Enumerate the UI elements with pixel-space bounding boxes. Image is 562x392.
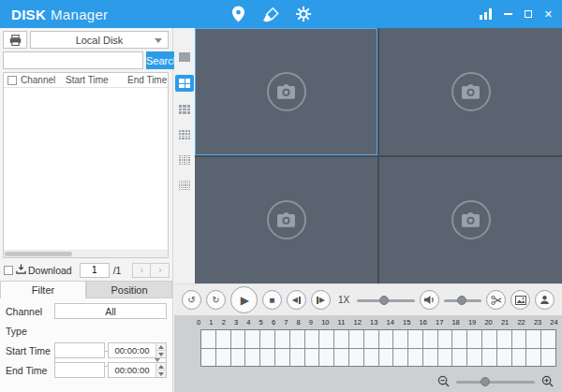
spin-up-button[interactable] [156,343,166,350]
cleanup-brush-icon[interactable] [261,5,280,23]
timeline-cell[interactable] [423,349,437,367]
timeline-cell[interactable] [319,349,333,367]
timeline-cell[interactable] [423,330,437,348]
video-panel-2[interactable] [379,28,562,155]
stop-button[interactable]: ■ [262,290,282,310]
disk-selector-dropdown[interactable]: Local Disk [30,31,169,49]
progress-slider[interactable] [357,295,415,306]
video-panel-3[interactable] [195,157,377,284]
maximize-button[interactable] [525,10,532,18]
tab-filter[interactable]: Filter [0,281,86,298]
timeline-cell[interactable] [231,330,245,348]
timeline-cell[interactable] [305,349,319,367]
timeline-cell[interactable] [438,349,452,367]
settings-gear-icon[interactable] [294,5,313,23]
timeline-cell[interactable] [541,349,555,367]
timeline-cell[interactable] [467,330,481,348]
timeline-cell[interactable] [408,349,422,367]
timeline-cell[interactable] [334,330,348,348]
volume-thumb[interactable] [457,296,466,305]
results-table-body[interactable] [4,89,168,249]
prev-page-button[interactable]: ‹ [132,263,151,278]
clip-scissors-button[interactable] [486,290,506,310]
start-date-input[interactable] [54,342,105,358]
timeline-cell[interactable] [482,349,496,367]
timeline-cell[interactable] [201,349,215,367]
timeline-cell[interactable] [260,349,274,367]
timeline-cell[interactable] [541,330,555,348]
layout-25-view-button[interactable] [175,152,194,167]
timeline-cell[interactable] [364,349,378,367]
timeline-cell[interactable] [379,349,393,367]
layout-36-view-button[interactable] [175,178,194,193]
spin-up-button[interactable] [156,363,166,370]
spin-down-button[interactable] [156,370,166,377]
snapshot-button[interactable] [510,290,530,310]
next-page-button[interactable]: › [151,263,170,278]
end-date-input[interactable] [54,362,105,378]
next-frame-button[interactable]: ▶ [311,290,331,310]
timeline-cell[interactable] [526,349,540,367]
timeline-cell[interactable] [216,330,230,348]
timeline-cell[interactable] [260,330,274,348]
video-panel-4[interactable] [379,157,562,284]
timeline-cell[interactable] [305,330,319,348]
timeline-cell[interactable] [231,349,245,367]
tab-position[interactable]: Position [86,281,172,298]
user-button[interactable] [535,290,555,310]
timeline-cell[interactable] [364,330,378,348]
layout-1-view-button[interactable] [175,50,194,65]
horizontal-scrollbar[interactable] [4,250,168,257]
volume-slider[interactable] [444,295,481,306]
search-input[interactable] [3,51,143,69]
volume-icon[interactable] [420,290,439,310]
zoom-thumb[interactable] [481,377,490,386]
sync-play-button[interactable]: ↻ [206,290,226,310]
select-all-checkbox[interactable] [7,76,17,85]
end-time-spinner[interactable]: 00:00:00 [108,362,167,378]
zoom-in-icon[interactable] [541,375,554,387]
start-time-spinner[interactable]: 00:00:00 [108,342,167,358]
play-button[interactable]: ▶ [230,286,258,313]
timeline-cell[interactable] [245,330,259,348]
prev-frame-button[interactable]: ◀ [287,290,306,310]
layout-4-view-button[interactable] [175,75,194,92]
page-number-input[interactable] [80,263,110,278]
timeline-cell[interactable] [497,349,511,367]
timeline-cell[interactable] [275,330,289,348]
timeline-cell[interactable] [290,330,304,348]
timeline-cell[interactable] [334,349,348,367]
timeline-cell[interactable] [275,349,289,367]
timeline-cell[interactable] [393,330,407,348]
timeline-cell[interactable] [526,330,540,348]
timeline-cell[interactable] [201,330,215,348]
timeline-cell[interactable] [512,349,526,367]
timeline-cell[interactable] [349,330,363,348]
device-location-icon[interactable] [229,5,247,23]
close-button[interactable]: ✕ [544,8,553,21]
timeline-cell[interactable] [467,349,481,367]
network-status-icon[interactable] [480,8,492,20]
timeline-cell[interactable] [482,330,496,348]
timeline-zoom-slider[interactable] [456,376,535,387]
timeline-cell[interactable] [497,330,511,348]
timeline-cell[interactable] [452,349,466,367]
timeline-cell[interactable] [290,349,304,367]
progress-thumb[interactable] [379,296,389,305]
download-label[interactable]: Download [28,265,72,276]
minimize-button[interactable] [504,13,512,15]
timeline-cell[interactable] [512,330,526,348]
timeline-cell[interactable] [245,349,259,367]
layout-16-view-button[interactable] [175,127,194,142]
download-checkbox[interactable] [4,266,13,275]
timeline-cell[interactable] [408,330,422,348]
timeline-cell[interactable] [379,330,393,348]
timeline-cell[interactable] [319,330,333,348]
timeline-cell[interactable] [393,349,407,367]
disk-device-button[interactable] [3,31,27,49]
spin-down-button[interactable] [156,350,166,357]
timeline-cell[interactable] [216,349,230,367]
scrollbar-thumb[interactable] [5,252,72,256]
timeline-cell[interactable] [349,349,363,367]
zoom-out-icon[interactable] [437,375,450,387]
